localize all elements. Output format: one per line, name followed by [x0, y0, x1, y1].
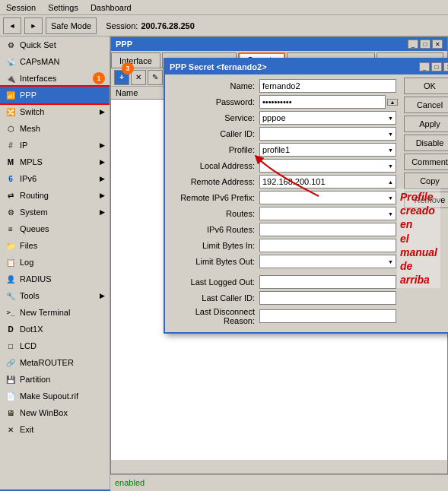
field-limit-out-select[interactable]: ▼ — [259, 255, 396, 268]
sidebar-item-new-terminal[interactable]: >_ New Terminal — [0, 304, 110, 321]
cancel-button[interactable]: Cancel — [404, 97, 448, 113]
forward-button[interactable]: ► — [24, 17, 43, 34]
ipv6-label: IPv6 — [20, 174, 37, 183]
system-icon: ⚙ — [5, 206, 17, 218]
field-last-callerid-input[interactable] — [259, 291, 396, 305]
field-last-disconnect-label: Last Disconnect Reason: — [168, 307, 259, 325]
field-last-disconnect-row: Last Disconnect Reason: — [168, 307, 398, 325]
badge-1: 1 — [93, 72, 105, 84]
metarouter-icon: 🔗 — [5, 356, 17, 369]
field-name-input[interactable] — [259, 79, 396, 93]
main-toolbar: ◄ ► Safe Mode Session: 200.76.28.250 — [0, 15, 448, 36]
queues-label: Queues — [20, 224, 49, 233]
menu-dashboard[interactable]: Dashboard — [84, 2, 138, 14]
ppp-icon: 📶 — [5, 89, 17, 101]
sidebar-item-mpls[interactable]: M MPLS ▶ — [0, 154, 110, 170]
sidebar-item-ppp[interactable]: 📶 PPP — [0, 87, 110, 103]
field-callerid-select[interactable]: ▼ — [259, 127, 396, 141]
disable-button[interactable]: Disable — [404, 135, 448, 151]
sidebar-item-interfaces[interactable]: 🔌 Interfaces 1 — [0, 70, 110, 87]
sidebar-item-queues[interactable]: ≡ Queues — [0, 220, 110, 237]
log-label: Log — [20, 258, 33, 267]
files-label: Files — [20, 241, 37, 250]
ppp-maximize-btn[interactable]: □ — [420, 40, 431, 49]
quick-set-label: Quick Set — [20, 40, 56, 49]
mpls-icon: M — [5, 156, 17, 168]
sidebar-item-log[interactable]: 📋 Log — [0, 254, 110, 271]
sidebar-item-dot1x[interactable]: D Dot1X — [0, 321, 110, 337]
sidebar-item-mesh[interactable]: ⬡ Mesh — [0, 120, 110, 137]
sidebar-item-radius[interactable]: 👤 RADIUS — [0, 271, 110, 287]
sidebar-item-ipv6[interactable]: 6 IPv6 ▶ — [0, 170, 110, 187]
menu-settings[interactable]: Settings — [42, 2, 84, 14]
switch-arrow: ▶ — [100, 108, 105, 116]
menu-session[interactable]: Session — [0, 2, 42, 14]
edit-secret-button[interactable]: ✎ — [148, 70, 163, 85]
delete-secret-button[interactable]: ✕ — [131, 70, 146, 85]
sidebar-item-exit[interactable]: ✕ Exit — [0, 421, 110, 438]
field-callerid-row: Caller ID: ▼ — [168, 127, 398, 141]
sidebar-item-lcd[interactable]: □ LCD — [0, 337, 110, 354]
field-ipv6-routes-input[interactable] — [259, 223, 396, 236]
sidebar-item-quick-set[interactable]: ⚙ Quick Set — [0, 36, 110, 53]
field-routes-select[interactable]: ▼ — [259, 207, 396, 220]
field-profile-label: Profile: — [168, 145, 259, 154]
dialog-title: PPP Secret <fernando2> — [170, 62, 267, 71]
field-last-logout-input[interactable] — [259, 275, 396, 289]
session-value: 200.76.28.250 — [141, 21, 194, 30]
interfaces-icon: 🔌 — [5, 72, 17, 84]
field-password-row: Password: ▲ — [168, 95, 398, 109]
copy-button[interactable]: Copy — [404, 173, 448, 189]
partition-icon: 💾 — [5, 373, 17, 385]
sidebar-item-make-supout[interactable]: 📄 Make Supout.rif — [0, 388, 110, 404]
comment-button[interactable]: Comment — [404, 154, 448, 170]
capsman-label: CAPsMAN — [20, 57, 60, 66]
ipv6-icon: 6 — [5, 173, 17, 185]
sidebar-item-capsman[interactable]: 📡 CAPsMAN — [0, 53, 110, 70]
password-scroll-up[interactable]: ▲ — [387, 99, 398, 106]
sidebar-item-new-winbox[interactable]: 🖥 New WinBox — [0, 404, 110, 421]
dialog-minimize-btn[interactable]: _ — [419, 62, 430, 71]
dot1x-icon: D — [5, 323, 17, 335]
remove-button[interactable]: Remove — [404, 192, 448, 208]
back-button[interactable]: ◄ — [3, 17, 21, 34]
field-password-input[interactable] — [259, 95, 386, 109]
dialog-maximize-btn[interactable]: □ — [431, 62, 442, 71]
make-supout-label: Make Supout.rif — [20, 391, 78, 401]
ppp-minimize-btn[interactable]: _ — [408, 40, 418, 49]
sidebar-item-ip[interactable]: # IP ▶ — [0, 137, 110, 154]
sidebar: ⚙ Quick Set 📡 CAPsMAN 🔌 Interfaces 1 📶 P… — [0, 36, 110, 489]
sidebar-item-tools[interactable]: 🔧 Tools ▶ — [0, 287, 110, 304]
system-arrow: ▶ — [100, 208, 105, 216]
field-routes-row: Routes: ▼ — [168, 207, 398, 220]
sidebar-item-switch[interactable]: 🔀 Switch ▶ — [0, 103, 110, 120]
ok-button[interactable]: OK — [404, 78, 448, 94]
apply-button[interactable]: Apply — [404, 116, 448, 132]
field-limit-in-row: Limit Bytes In: — [168, 239, 398, 252]
exit-label: Exit — [20, 425, 33, 434]
field-service-select[interactable]: pppoe▼ — [259, 111, 396, 125]
safe-mode-button[interactable]: Safe Mode — [46, 17, 97, 34]
field-remote-ipv6-select[interactable]: ▼ — [259, 191, 396, 204]
field-last-disconnect-input[interactable] — [259, 309, 396, 323]
exit-icon: ✕ — [5, 423, 17, 436]
files-icon: 📁 — [5, 239, 17, 252]
field-limit-in-input[interactable] — [259, 239, 396, 252]
ip-arrow: ▶ — [100, 141, 105, 149]
field-last-callerid-row: Last Caller ID: — [168, 291, 398, 305]
tab-interface[interactable]: Interface — [111, 52, 160, 68]
sidebar-item-partition[interactable]: 💾 Partition — [0, 371, 110, 388]
ppp-close-btn[interactable]: ✕ — [432, 40, 443, 49]
field-remote-ipv6-label: Remote IPv6 Prefix: — [168, 193, 259, 202]
metarouter-label: MetaROUTER — [20, 358, 74, 367]
sidebar-item-routing[interactable]: ⇄ Routing ▶ — [0, 187, 110, 204]
field-local-addr-select[interactable]: ▼ — [259, 159, 396, 173]
field-routes-label: Routes: — [168, 209, 259, 218]
tools-arrow: ▶ — [100, 292, 105, 299]
sidebar-item-files[interactable]: 📁 Files — [0, 237, 110, 254]
dialog-close-btn[interactable]: ✕ — [443, 62, 448, 71]
field-remote-addr-select[interactable]: 192.168.200.101▲ — [259, 175, 396, 188]
sidebar-item-metarouter[interactable]: 🔗 MetaROUTER — [0, 354, 110, 371]
sidebar-item-system[interactable]: ⚙ System ▶ — [0, 204, 110, 220]
field-profile-select[interactable]: profile1▼ — [259, 143, 396, 157]
